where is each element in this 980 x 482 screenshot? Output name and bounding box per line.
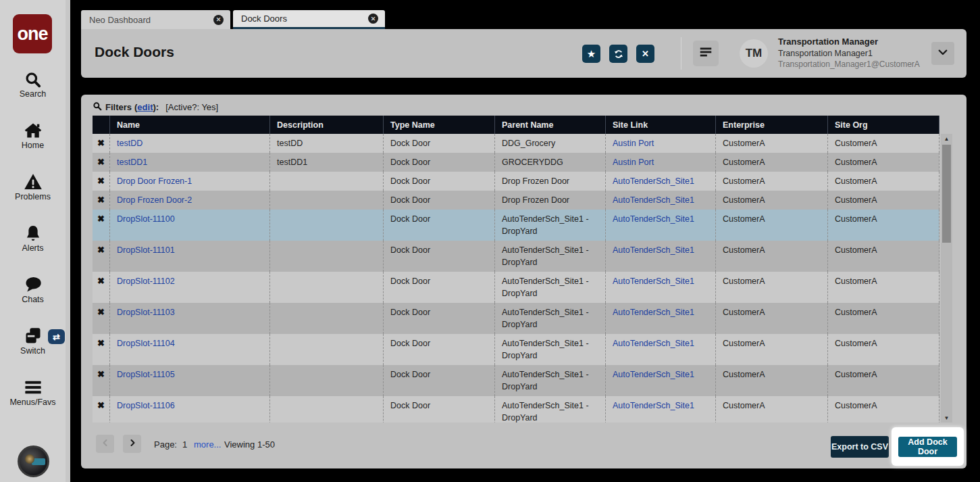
cell-name[interactable]: Drop Door Frozen-1 (110, 172, 270, 191)
close-page-button[interactable]: ✕ (636, 45, 654, 63)
dock-doors-table: NameDescriptionType NameParent NameSite … (93, 116, 939, 423)
delete-row-icon[interactable]: ✖ (93, 241, 110, 272)
scroll-up-icon[interactable]: ▲ (941, 134, 952, 143)
delete-row-icon[interactable]: ✖ (93, 172, 110, 191)
cell-enterprise: CustomerA (716, 365, 828, 396)
sidebar-item-label: Chats (0, 295, 66, 304)
sidebar-item-problems[interactable]: Problems (0, 172, 66, 201)
search-icon (0, 70, 66, 89)
table-header-cell[interactable]: Name (110, 116, 270, 134)
delete-row-icon[interactable]: ✖ (93, 365, 110, 396)
cell-site-link[interactable]: AutoTenderSch_Site1 (606, 365, 716, 396)
table-row[interactable]: ✖DropSlot-11106Dock DoorAutoTenderSch_Si… (93, 396, 939, 423)
cell-site-link[interactable]: AutoTenderSch_Site1 (606, 210, 716, 241)
delete-row-icon[interactable]: ✖ (93, 396, 110, 423)
cell-site-link[interactable]: AutoTenderSch_Site1 (606, 172, 716, 191)
cell-name[interactable]: DropSlot-11103 (110, 303, 270, 334)
sidebar-item-alerts[interactable]: Alerts (0, 224, 66, 253)
delete-row-icon[interactable]: ✖ (93, 334, 110, 365)
cell-name[interactable]: testDD1 (110, 153, 270, 172)
add-dock-door-button[interactable]: Add Dock Door (898, 437, 957, 457)
table-header-row: NameDescriptionType NameParent NameSite … (93, 116, 939, 134)
table-row[interactable]: ✖testDDtestDDDock DoorDDG_GroceryAustin … (93, 134, 939, 153)
user-role: Transportation Manager (778, 37, 920, 48)
table-header-cell[interactable]: Site Org (828, 116, 939, 134)
table-row[interactable]: ✖DropSlot-11100Dock DoorAutoTenderSch_Si… (93, 210, 939, 241)
delete-row-icon[interactable]: ✖ (93, 210, 110, 241)
quick-menu-button[interactable]: ★ (693, 41, 719, 66)
refresh-button[interactable] (609, 45, 627, 63)
assistant-avatar[interactable] (18, 445, 49, 477)
delete-row-icon[interactable]: ✖ (93, 153, 110, 172)
table-row[interactable]: ✖testDD1testDD1Dock DoorGROCERYDDGAustin… (93, 153, 939, 172)
user-avatar[interactable]: TM (740, 39, 768, 68)
cell-name[interactable]: DropSlot-11106 (110, 396, 270, 423)
table-header-cell[interactable]: Enterprise (716, 116, 828, 134)
table-row[interactable]: ✖DropSlot-11105Dock DoorAutoTenderSch_Si… (93, 365, 939, 396)
sidebar-item-menus-favs[interactable]: Menus/Favs (0, 378, 66, 407)
header-divider (681, 37, 681, 70)
sidebar-item-chats[interactable]: Chats (0, 275, 66, 304)
tab-dock-doors[interactable]: Dock Doors ✕ (233, 10, 385, 29)
cell-site-link[interactable]: Austin Port (606, 134, 716, 153)
cell-name[interactable]: Drop Frozen Door-2 (110, 191, 270, 210)
viewing-range: Viewing 1-50 (224, 439, 275, 450)
cell-site-link[interactable]: AutoTenderSch_Site1 (606, 396, 716, 423)
cell-name[interactable]: DropSlot-11101 (110, 241, 270, 272)
cell-site-link[interactable]: AutoTenderSch_Site1 (606, 272, 716, 303)
table-header-cell[interactable]: Site Link (606, 116, 716, 134)
refresh-icon (613, 49, 624, 59)
cell-enterprise: CustomerA (716, 172, 828, 191)
delete-row-icon[interactable]: ✖ (93, 191, 110, 210)
table-row[interactable]: ✖Drop Frozen Door-2Dock DoorDrop Frozen … (93, 191, 939, 210)
cell-enterprise: CustomerA (716, 396, 828, 423)
switch-swap-badge[interactable]: ⇄ (48, 329, 65, 344)
close-tab-icon[interactable]: ✕ (213, 15, 224, 25)
cell-site-link[interactable]: AutoTenderSch_Site1 (606, 303, 716, 334)
cell-name[interactable]: testDD (110, 134, 270, 153)
prev-page-button[interactable] (96, 435, 114, 453)
cell-site-link[interactable]: AutoTenderSch_Site1 (606, 241, 716, 272)
cell-name[interactable]: DropSlot-11104 (110, 334, 270, 365)
next-page-button[interactable] (123, 435, 141, 453)
table-header-cell[interactable]: Description (270, 116, 384, 134)
cell-name[interactable]: DropSlot-11102 (110, 272, 270, 303)
edit-filters-link[interactable]: edit (137, 102, 153, 112)
table-row[interactable]: ✖DropSlot-11104Dock DoorAutoTenderSch_Si… (93, 334, 939, 365)
delete-row-icon[interactable]: ✖ (93, 303, 110, 334)
page-title: Dock Doors (95, 44, 174, 60)
cell-description: testDD (270, 134, 384, 153)
more-pages-link[interactable]: more... (194, 439, 221, 450)
cell-name[interactable]: DropSlot-11100 (110, 210, 270, 241)
cell-site-link[interactable]: AutoTenderSch_Site1 (606, 191, 716, 210)
delete-row-icon[interactable]: ✖ (93, 134, 110, 153)
cell-description (270, 172, 384, 191)
sidebar-item-home[interactable]: Home (0, 121, 66, 150)
cell-site-link[interactable]: AutoTenderSch_Site1 (606, 334, 716, 365)
cell-description (270, 365, 384, 396)
cell-type: Dock Door (384, 241, 495, 272)
scroll-down-icon[interactable]: ▼ (941, 413, 952, 423)
sidebar-item-label: Alerts (0, 243, 66, 253)
close-tab-icon[interactable]: ✕ (368, 14, 378, 24)
scrollbar-thumb[interactable] (942, 145, 951, 243)
cell-parent: AutoTenderSch_Site1 - DropYard (495, 210, 606, 241)
one-logo[interactable]: one (13, 14, 52, 53)
favorite-button[interactable]: ★ (582, 45, 600, 63)
user-menu-button[interactable] (931, 42, 954, 65)
cell-name[interactable]: DropSlot-11105 (110, 365, 270, 396)
cell-site-link[interactable]: Austin Port (606, 153, 716, 172)
delete-row-icon[interactable]: ✖ (93, 272, 110, 303)
table-row[interactable]: ✖DropSlot-11101Dock DoorAutoTenderSch_Si… (93, 241, 939, 272)
table-row[interactable]: ✖DropSlot-11103Dock DoorAutoTenderSch_Si… (93, 303, 939, 334)
tab-neo-dashboard[interactable]: Neo Dashboard ✕ (81, 10, 230, 29)
vertical-scrollbar[interactable]: ▲ ▼ (941, 134, 952, 423)
table-row[interactable]: ✖Drop Door Frozen-1Dock DoorDrop Frozen … (93, 172, 939, 191)
export-to-csv-button[interactable]: Export to CSV (831, 436, 889, 458)
table-row[interactable]: ✖DropSlot-11102Dock DoorAutoTenderSch_Si… (93, 272, 939, 303)
cell-enterprise: CustomerA (716, 272, 828, 303)
table-header-cell[interactable]: Parent Name (495, 116, 606, 134)
sidebar-item-search[interactable]: Search (0, 70, 66, 99)
cell-enterprise: CustomerA (716, 134, 828, 153)
table-header-cell[interactable]: Type Name (384, 116, 495, 134)
